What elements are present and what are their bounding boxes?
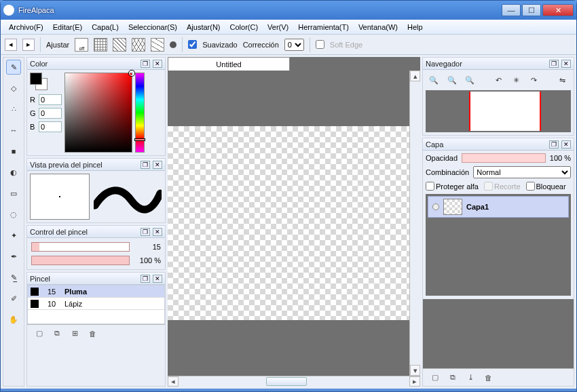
brush-list[interactable]: 15 Pluma 10 Lápiz: [27, 285, 165, 324]
layer-merge-icon[interactable]: ⤓: [465, 372, 476, 383]
smoothing-checkbox[interactable]: [188, 40, 197, 49]
scroll-right-icon[interactable]: ▸: [409, 376, 420, 387]
layer-dup-icon[interactable]: ⧉: [447, 372, 458, 383]
brush-size-value: 15: [134, 243, 161, 251]
fg-color[interactable]: [30, 73, 42, 85]
scroll-up-icon[interactable]: ▴: [410, 71, 420, 81]
menu-color[interactable]: Color(C): [226, 22, 263, 33]
flip-icon[interactable]: ⇋: [557, 74, 568, 86]
tool-fill[interactable]: ■: [6, 144, 21, 159]
layer-list[interactable]: Capa1: [426, 194, 571, 296]
protect-alpha-checkbox[interactable]: Proteger alfa: [426, 182, 479, 191]
clip-checkbox[interactable]: Recorte: [484, 182, 521, 191]
menu-layer[interactable]: Capa(L): [88, 22, 123, 33]
rotate-cw-icon[interactable]: ↷: [529, 74, 540, 86]
brush-opacity-slider[interactable]: [31, 256, 130, 265]
tool-pen[interactable]: ✒: [6, 249, 21, 264]
tool-hand[interactable]: ✋: [6, 312, 21, 327]
tool-select-lasso[interactable]: ◌: [6, 207, 21, 222]
color-field[interactable]: [64, 73, 132, 153]
tool-shape[interactable]: ✎̲: [6, 270, 21, 285]
brush-size-slider[interactable]: [31, 242, 130, 252]
brush-size: 15: [43, 288, 60, 296]
layer-item[interactable]: Capa1: [428, 196, 569, 218]
layer-visibility-icon[interactable]: [432, 203, 439, 210]
tool-move[interactable]: ↔: [6, 123, 21, 138]
softedge-checkbox[interactable]: [316, 40, 324, 49]
titlebar: FireAlpaca — ☐ ✕: [1, 1, 576, 20]
panel-bc-close[interactable]: ✕: [153, 228, 162, 236]
menu-select[interactable]: Seleccionar(S): [124, 22, 181, 33]
menu-help[interactable]: Help: [403, 22, 427, 33]
next-button[interactable]: ▸: [22, 39, 35, 51]
tool-wand[interactable]: ✦: [6, 228, 21, 243]
panel-layer-undock[interactable]: ❐: [549, 140, 559, 149]
minimize-button[interactable]: —: [502, 4, 521, 16]
zoom-in-icon[interactable]: 🔍: [428, 74, 439, 86]
navigator-preview[interactable]: [426, 90, 571, 132]
menu-file[interactable]: Archivo(F): [5, 22, 48, 33]
brush-delete-icon[interactable]: 🗑: [87, 328, 98, 339]
close-button[interactable]: ✕: [542, 4, 574, 16]
snap-iso[interactable]: [132, 38, 145, 52]
vertical-scrollbar[interactable]: ▴ ▾: [409, 71, 420, 376]
brush-row[interactable]: 15 Pluma: [28, 286, 164, 298]
snap-diag[interactable]: [113, 38, 126, 52]
g-input[interactable]: [39, 108, 62, 119]
fgbg-swatch[interactable]: [30, 73, 49, 90]
panel-bc-undock[interactable]: ❐: [141, 228, 150, 236]
r-input[interactable]: [39, 94, 62, 105]
zoom-fit-icon[interactable]: 🔍: [464, 74, 475, 86]
layer-new-icon[interactable]: ▢: [430, 372, 441, 383]
smoothing-label: Suavizado: [202, 41, 237, 49]
brush-row[interactable]: 10 Lápiz: [28, 298, 164, 310]
lock-checkbox[interactable]: Bloquear: [526, 182, 566, 191]
panel-bp-close[interactable]: ✕: [153, 161, 162, 169]
scroll-left-icon[interactable]: ◂: [168, 376, 179, 387]
snap-grid[interactable]: [94, 38, 107, 52]
tool-dots[interactable]: ∴: [6, 102, 21, 117]
panel-layer-title: Capa: [426, 140, 546, 149]
panel-bl-undock[interactable]: ❐: [141, 275, 150, 283]
panel-bp-undock[interactable]: ❐: [141, 161, 150, 169]
panel-color-close[interactable]: ✕: [153, 60, 162, 68]
brush-add-icon[interactable]: ⊞: [69, 328, 80, 339]
menu-edit[interactable]: Editar(E): [49, 22, 86, 33]
tool-gradient[interactable]: ◐: [6, 165, 21, 180]
tool-brush[interactable]: ✎: [6, 60, 21, 75]
tool-eyedropper[interactable]: ✐: [6, 291, 21, 306]
brush-dup-icon[interactable]: ⧉: [52, 328, 62, 339]
panel-layer-close[interactable]: ✕: [561, 140, 571, 149]
tool-select-rect[interactable]: ▭: [6, 186, 21, 201]
menu-window[interactable]: Ventana(W): [354, 22, 402, 33]
prev-button[interactable]: ◂: [5, 39, 17, 51]
snap-radial[interactable]: [151, 38, 164, 52]
correction-select[interactable]: 0: [284, 39, 304, 51]
menu-tool[interactable]: Herramienta(T): [294, 22, 353, 33]
panel-bl-close[interactable]: ✕: [153, 275, 162, 283]
panel-nav-close[interactable]: ✕: [561, 60, 571, 68]
horizontal-scrollbar[interactable]: ◂ ▸: [168, 376, 420, 387]
rotate-ccw-icon[interactable]: ↶: [493, 74, 504, 86]
panel-nav-undock[interactable]: ❐: [549, 60, 559, 68]
blend-select[interactable]: Normal: [473, 166, 571, 178]
menu-adjust[interactable]: Ajustar(N): [183, 22, 225, 33]
layer-delete-icon[interactable]: 🗑: [483, 372, 494, 383]
hue-slider[interactable]: [135, 73, 145, 153]
maximize-button[interactable]: ☐: [522, 4, 541, 16]
panel-color-undock[interactable]: ❐: [141, 60, 150, 68]
snap-off[interactable]: off: [75, 38, 88, 52]
hscroll-thumb[interactable]: [266, 377, 307, 386]
tool-eraser[interactable]: ◇: [6, 81, 21, 96]
brush-new-icon[interactable]: ▢: [34, 328, 45, 339]
scroll-down-icon[interactable]: ▾: [410, 365, 420, 376]
brush-swatch-icon: [31, 300, 39, 308]
snap-dot[interactable]: [170, 41, 176, 48]
menu-view[interactable]: Ver(V): [263, 22, 293, 33]
canvas[interactable]: [168, 71, 409, 376]
b-input[interactable]: [39, 121, 62, 132]
layer-opacity-slider[interactable]: [462, 153, 546, 163]
rotate-reset-icon[interactable]: ✳: [510, 74, 521, 86]
zoom-out-icon[interactable]: 🔍: [446, 74, 457, 86]
document-tab[interactable]: Untitled: [168, 57, 290, 71]
